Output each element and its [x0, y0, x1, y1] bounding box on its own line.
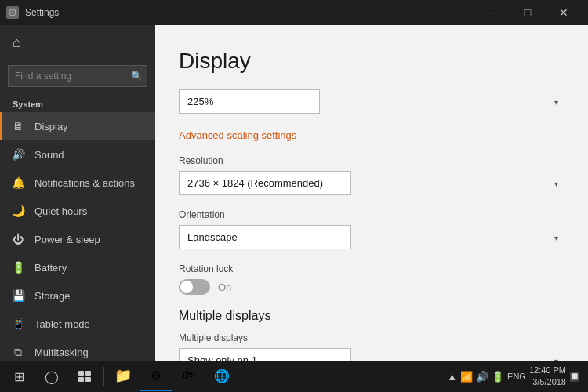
taskbar: ⊞ ◯ 📁 ⚙ 🛍 🌐 ▲ 📶 🔊 🔋 ENG 12:40 PM 3/5/201…: [0, 361, 588, 392]
quiet-hours-icon: 🌙: [11, 205, 25, 217]
resolution-dropdown-arrow: ▾: [554, 179, 558, 187]
sidebar-item-label-battery: Battery: [34, 262, 67, 274]
battery-icon: 🔋: [11, 261, 25, 274]
sound-icon: 🔊: [11, 148, 25, 161]
home-icon: ⌂: [13, 34, 21, 51]
svg-rect-3: [85, 371, 91, 376]
storage-icon: 💾: [11, 289, 25, 302]
multiple-displays-dropdown-arrow: ▾: [554, 356, 558, 361]
title-bar-title: Settings: [25, 7, 59, 18]
sidebar-item-power-sleep[interactable]: ⏻ Power & sleep: [0, 225, 155, 253]
close-button[interactable]: ✕: [546, 0, 582, 25]
sidebar-item-battery[interactable]: 🔋 Battery: [0, 253, 155, 281]
sidebar-home-button[interactable]: ⌂: [0, 25, 155, 60]
advanced-scaling-link[interactable]: Advanced scaling settings: [179, 129, 296, 141]
sidebar-search-area: 🔍: [0, 60, 155, 92]
sidebar-item-label-quiet-hours: Quiet hours: [34, 205, 87, 217]
rotation-lock-label: Rotation lock: [179, 263, 564, 274]
taskbar-app-settings[interactable]: ⚙: [140, 361, 172, 391]
sidebar-section-title: System: [0, 92, 155, 112]
maximize-button[interactable]: □: [510, 0, 546, 25]
multiple-displays-title: Multiple displays: [179, 309, 564, 323]
taskbar-divider: [103, 367, 104, 386]
notifications-icon: 🔔: [11, 176, 25, 189]
sidebar-item-quiet-hours[interactable]: 🌙 Quiet hours: [0, 197, 155, 225]
display-icon: 🖥: [11, 120, 25, 132]
search-button[interactable]: ◯: [36, 361, 67, 391]
task-view-button[interactable]: [69, 361, 100, 391]
taskbar-app-edge[interactable]: 🌐: [206, 361, 238, 391]
orientation-label: Orientation: [179, 209, 564, 220]
power-icon: ⏻: [11, 233, 25, 245]
sidebar-item-storage[interactable]: 💾 Storage: [0, 281, 155, 310]
page-title: Display: [179, 49, 564, 74]
multiple-displays-label: Multiple displays: [179, 332, 564, 343]
taskbar-clock[interactable]: 12:40 PM 3/5/2018: [529, 365, 566, 389]
title-bar: Settings ─ □ ✕: [0, 0, 588, 25]
scale-section: 225% 100% 125% 150% 175% 200% ▾: [179, 89, 564, 114]
orientation-section: Orientation Landscape Portrait Landscape…: [179, 209, 564, 249]
multiple-displays-dropdown-wrap: Show only on 1 Duplicate Extend Show onl…: [179, 348, 564, 361]
svg-rect-4: [78, 377, 84, 382]
resolution-section: Resolution 2736 × 1824 (Recommended) 192…: [179, 155, 564, 195]
system-tray: ▲ 📶 🔊 🔋 ENG 12:40 PM 3/5/2018 🔲: [442, 365, 585, 389]
sidebar-item-label-power: Power & sleep: [34, 234, 100, 245]
sidebar: ⌂ 🔍 System 🖥 Display 🔊 Sound 🔔 Notificat…: [0, 25, 155, 361]
rotation-lock-toggle[interactable]: [179, 279, 210, 295]
tray-arrow-icon[interactable]: ▲: [447, 371, 457, 383]
resolution-label: Resolution: [179, 155, 564, 166]
sidebar-item-label-tablet: Tablet mode: [34, 318, 90, 330]
multiple-displays-section: Multiple displays Show only on 1 Duplica…: [179, 332, 564, 361]
tray-battery-icon[interactable]: 🔋: [492, 371, 504, 383]
tray-icons: ▲ 📶 🔊 🔋 ENG: [447, 371, 526, 383]
tray-volume-icon[interactable]: 🔊: [476, 371, 488, 383]
sidebar-item-display[interactable]: 🖥 Display: [0, 112, 155, 140]
title-bar-controls: ─ □ ✕: [474, 0, 582, 25]
resolution-dropdown-wrap: 2736 × 1824 (Recommended) 1920 × 1080 12…: [179, 171, 564, 195]
start-button[interactable]: ⊞: [3, 361, 34, 391]
minimize-button[interactable]: ─: [474, 0, 510, 25]
sidebar-item-notifications[interactable]: 🔔 Notifications & actions: [0, 169, 155, 197]
taskbar-date-display: 3/5/2018: [529, 376, 566, 388]
tray-language-icon[interactable]: ENG: [507, 372, 526, 381]
rotation-lock-section: Rotation lock On: [179, 263, 564, 295]
svg-point-1: [12, 12, 14, 14]
sidebar-item-label-notifications: Notifications & actions: [34, 177, 135, 189]
content-area: Display 225% 100% 125% 150% 175% 200% ▾ …: [155, 25, 588, 361]
title-bar-left: Settings: [6, 6, 59, 19]
scale-dropdown-wrap: 225% 100% 125% 150% 175% 200% ▾: [179, 89, 564, 114]
tablet-icon: 📱: [11, 318, 25, 330]
search-wrap: 🔍: [8, 65, 147, 87]
orientation-dropdown-wrap: Landscape Portrait Landscape (flipped) P…: [179, 225, 564, 249]
sidebar-item-label-sound: Sound: [34, 149, 64, 161]
taskbar-time-display: 12:40 PM: [529, 365, 566, 376]
notification-icon[interactable]: 🔲: [569, 372, 580, 382]
svg-rect-5: [85, 377, 91, 382]
orientation-dropdown-arrow: ▾: [554, 233, 558, 241]
sidebar-item-label-storage: Storage: [34, 290, 71, 302]
taskbar-app-store[interactable]: 🛍: [173, 361, 205, 391]
sidebar-item-label-display: Display: [34, 121, 68, 132]
multiple-displays-dropdown[interactable]: Show only on 1 Duplicate Extend Show onl…: [179, 348, 351, 361]
rotation-lock-state: On: [218, 281, 231, 293]
sidebar-item-multitasking[interactable]: ⧉ Multitasking: [0, 338, 155, 361]
rotation-lock-row: On: [179, 279, 564, 295]
orientation-dropdown[interactable]: Landscape Portrait Landscape (flipped) P…: [179, 225, 351, 249]
resolution-dropdown[interactable]: 2736 × 1824 (Recommended) 1920 × 1080 12…: [179, 171, 351, 195]
svg-rect-2: [78, 371, 84, 376]
main-area: ⌂ 🔍 System 🖥 Display 🔊 Sound 🔔 Notificat…: [0, 25, 588, 361]
settings-window-icon: [6, 6, 19, 19]
scale-dropdown[interactable]: 225% 100% 125% 150% 175% 200%: [179, 89, 320, 114]
taskbar-app-file-explorer[interactable]: 📁: [107, 361, 139, 391]
search-input[interactable]: [8, 65, 147, 87]
multitasking-icon: ⧉: [11, 346, 25, 359]
scale-dropdown-arrow: ▾: [554, 97, 558, 106]
sidebar-item-label-multitasking: Multitasking: [34, 347, 89, 358]
sidebar-item-tablet-mode[interactable]: 📱 Tablet mode: [0, 310, 155, 338]
sidebar-item-sound[interactable]: 🔊 Sound: [0, 140, 155, 169]
tray-network-icon[interactable]: 📶: [460, 371, 473, 383]
